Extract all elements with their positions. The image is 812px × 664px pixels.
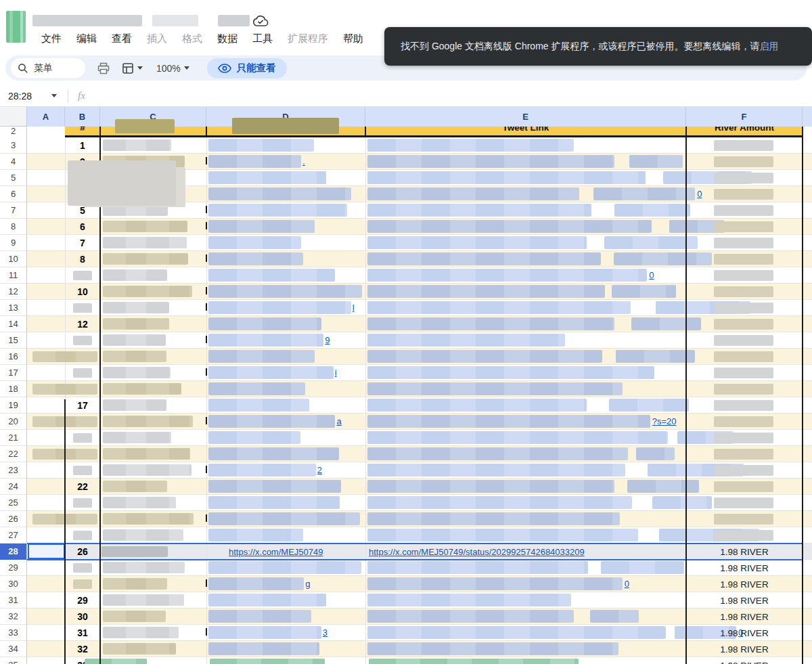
partial-link-d[interactable]: 2 bbox=[317, 465, 322, 475]
redacted-blur-e bbox=[367, 187, 579, 200]
row-header-28[interactable]: 28 bbox=[0, 544, 27, 560]
sheets-logo-blurred[interactable] bbox=[6, 11, 26, 43]
view-only-button[interactable]: 只能查看 bbox=[207, 58, 287, 79]
row-header-5[interactable]: 5 bbox=[0, 170, 27, 186]
row-header-9[interactable]: 9 bbox=[0, 235, 27, 251]
cell-F29[interactable]: 1.98 RIVER bbox=[686, 560, 803, 576]
partial-link-e[interactable]: ?s=20 bbox=[652, 416, 677, 426]
row-header-15[interactable]: 15 bbox=[0, 332, 27, 349]
menu-search-field[interactable]: 菜单 bbox=[11, 58, 85, 78]
row-header-25[interactable]: 25 bbox=[0, 495, 27, 511]
gridline bbox=[206, 641, 207, 657]
redacted-blur-d bbox=[208, 171, 326, 184]
partial-link-d[interactable]: . bbox=[302, 156, 305, 167]
cell-B31[interactable]: 29 bbox=[65, 592, 100, 608]
partial-link-e[interactable]: 0 bbox=[697, 189, 702, 199]
cell-B24[interactable]: 22 bbox=[65, 479, 100, 495]
cell-F28[interactable]: 1.98 RIVER bbox=[686, 544, 803, 560]
row-header-23[interactable]: 23 bbox=[0, 462, 27, 479]
row-header-22[interactable]: 22 bbox=[0, 446, 27, 462]
cell-B28[interactable]: 26 bbox=[65, 544, 100, 560]
menu-item-8[interactable]: 帮助 bbox=[336, 32, 371, 45]
table-row-14: 1412 bbox=[0, 316, 812, 332]
row-header-7[interactable]: 7 bbox=[0, 202, 27, 219]
cell-B32[interactable]: 30 bbox=[65, 608, 100, 625]
cell-F35[interactable]: 1.98 RIVER bbox=[686, 657, 803, 664]
partial-link-e[interactable]: 0 bbox=[649, 270, 654, 280]
cell-B9[interactable]: 7 bbox=[65, 235, 100, 251]
row-header-31[interactable]: 31 bbox=[0, 592, 27, 608]
partial-link-d[interactable]: a bbox=[336, 416, 341, 426]
row-header-34[interactable]: 34 bbox=[0, 641, 27, 657]
redacted-blur-f bbox=[714, 319, 773, 330]
menu-search-label: 菜单 bbox=[34, 62, 53, 74]
partial-link-d[interactable]: 3 bbox=[323, 627, 328, 638]
cell-B10[interactable]: 8 bbox=[65, 251, 100, 267]
paint-format-button[interactable] bbox=[122, 62, 143, 74]
row-header-32[interactable]: 32 bbox=[0, 608, 27, 625]
partial-link-d[interactable]: i bbox=[335, 368, 337, 378]
cell-D28-link[interactable]: https://x.com/MEJ50749 bbox=[229, 544, 323, 560]
cell-F31[interactable]: 1.98 RIVER bbox=[686, 592, 803, 608]
gridline bbox=[65, 300, 66, 316]
row-header-30[interactable]: 30 bbox=[0, 576, 27, 592]
partial-link-d[interactable]: g bbox=[305, 579, 310, 589]
menu-item-5[interactable]: 数据 bbox=[210, 32, 245, 45]
row-header-26[interactable]: 26 bbox=[0, 511, 27, 527]
row-header-10[interactable]: 10 bbox=[0, 251, 27, 267]
row-header-11[interactable]: 11 bbox=[0, 267, 27, 284]
menu-item-0[interactable]: 文件 bbox=[34, 32, 69, 45]
row-header-18[interactable]: 18 bbox=[0, 381, 27, 397]
cell-F33[interactable]: 1.98 RIVER bbox=[686, 625, 803, 641]
menu-item-2[interactable]: 查看 bbox=[104, 32, 139, 45]
row-header-3[interactable]: 3 bbox=[0, 137, 27, 154]
menu-item-6[interactable]: 工具 bbox=[245, 32, 280, 45]
row-header-33[interactable]: 33 bbox=[0, 625, 27, 641]
zoom-control[interactable]: 100% bbox=[156, 63, 189, 74]
row-header-17[interactable]: 17 bbox=[0, 365, 27, 381]
partial-link-d[interactable]: 9 bbox=[325, 335, 330, 345]
table-row-29: 291.98 RIVER bbox=[0, 560, 812, 576]
select-all-corner[interactable] bbox=[0, 107, 27, 127]
enable-offline-link[interactable]: 启用 bbox=[760, 41, 779, 51]
row-header-14[interactable]: 14 bbox=[0, 316, 27, 332]
row-header-27[interactable]: 27 bbox=[0, 527, 27, 544]
partial-link-d[interactable]: l bbox=[353, 303, 355, 313]
partial-link-e[interactable]: 0 bbox=[625, 579, 629, 589]
row-header-2[interactable]: 2 bbox=[0, 127, 27, 137]
cell-B34[interactable]: 32 bbox=[65, 641, 100, 657]
cell-B12[interactable]: 10 bbox=[65, 284, 100, 300]
row-header-35[interactable]: 35 bbox=[0, 657, 27, 664]
active-cell-A28[interactable] bbox=[28, 544, 65, 559]
cell-B8[interactable]: 6 bbox=[65, 219, 100, 235]
row-header-20[interactable]: 20 bbox=[0, 414, 27, 430]
row-header-19[interactable]: 19 bbox=[0, 397, 27, 414]
cell-B19[interactable]: 17 bbox=[65, 397, 100, 414]
row-header-13[interactable]: 13 bbox=[0, 300, 27, 316]
name-box[interactable]: 28:28 bbox=[8, 91, 51, 102]
row-header-8[interactable]: 8 bbox=[0, 219, 27, 235]
cell-B33[interactable]: 31 bbox=[65, 625, 100, 641]
cell-F32[interactable]: 1.98 RIVER bbox=[686, 608, 803, 625]
row-header-4[interactable]: 4 bbox=[0, 154, 27, 170]
print-button[interactable] bbox=[97, 62, 110, 74]
column-header-A[interactable]: A bbox=[27, 107, 65, 127]
cell-F30[interactable]: 1.98 RIVER bbox=[686, 576, 803, 592]
cell-B14[interactable]: 12 bbox=[65, 316, 100, 332]
row-header-24[interactable]: 24 bbox=[0, 479, 27, 495]
column-header-F[interactable]: F bbox=[686, 107, 803, 127]
menu-item-1[interactable]: 编辑 bbox=[69, 32, 104, 45]
name-box-caret-icon[interactable] bbox=[51, 94, 57, 97]
row-header-12[interactable]: 12 bbox=[0, 284, 27, 300]
redacted-blur-c bbox=[103, 448, 190, 460]
cell-B3[interactable]: 1 bbox=[65, 137, 100, 154]
column-header-E[interactable]: E bbox=[365, 107, 686, 127]
row-header-21[interactable]: 21 bbox=[0, 430, 27, 446]
redacted-blur-e bbox=[367, 610, 574, 623]
column-header-B[interactable]: B bbox=[65, 107, 100, 127]
row-header-6[interactable]: 6 bbox=[0, 186, 27, 202]
row-header-16[interactable]: 16 bbox=[0, 349, 27, 365]
row-header-29[interactable]: 29 bbox=[0, 560, 27, 576]
cell-F34[interactable]: 1.98 RIVER bbox=[686, 641, 803, 657]
cell-E28-link[interactable]: https://x.com/MEJ50749/status/2029925742… bbox=[369, 544, 585, 560]
